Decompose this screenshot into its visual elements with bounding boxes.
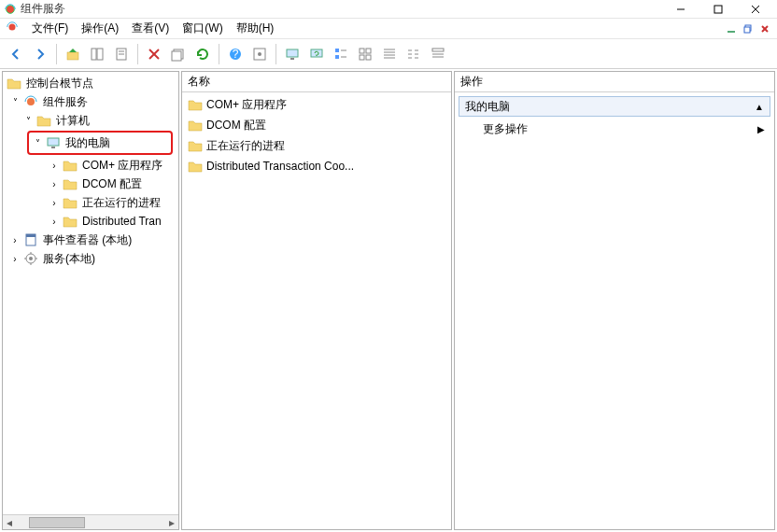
settings-button[interactable] — [248, 43, 271, 65]
svg-point-6 — [9, 24, 16, 31]
list-item[interactable]: Distributed Transaction Coo... — [182, 156, 451, 176]
actions-more[interactable]: 更多操作 ▶ — [459, 119, 770, 139]
close-button[interactable] — [738, 0, 773, 19]
svg-text:?: ? — [233, 48, 239, 61]
my-computer-toolbar-icon[interactable] — [281, 43, 304, 65]
view-small-icons-button[interactable] — [378, 43, 401, 65]
tree-label: 计算机 — [53, 112, 92, 130]
svg-rect-34 — [366, 49, 371, 53]
mdi-restore-button[interactable] — [740, 21, 756, 37]
expand-icon[interactable]: ˅ — [21, 114, 35, 127]
horizontal-scrollbar[interactable]: ◂ ▸ — [3, 514, 178, 529]
list-item-label: 正在运行的进程 — [206, 138, 285, 154]
toolbar-separator — [56, 44, 57, 64]
expand-icon[interactable]: ˅ — [31, 136, 44, 149]
tree-computers[interactable]: ˅ 计算机 — [3, 111, 178, 130]
toolbar-separator — [137, 44, 138, 64]
expand-icon[interactable]: › — [8, 233, 21, 246]
actions-header-label: 操作 — [460, 74, 483, 90]
tree-label: DCOM 配置 — [79, 175, 145, 193]
svg-rect-51 — [48, 138, 59, 146]
back-button[interactable] — [5, 43, 27, 65]
actions-pane: 操作 我的电脑 ▲ 更多操作 ▶ — [454, 71, 775, 530]
refresh-all-button[interactable] — [305, 43, 328, 65]
folder-icon — [63, 176, 78, 191]
view-list-button[interactable] — [403, 43, 425, 65]
tree-label: 事件查看器 (本地) — [40, 231, 134, 249]
list-pane: 名称 COM+ 应用程序 DCOM 配置 正在运行的进程 Distributed… — [181, 71, 452, 530]
scroll-left-icon[interactable]: ◂ — [3, 516, 16, 529]
services-icon — [23, 251, 38, 266]
view-large-icons-button[interactable] — [354, 43, 376, 65]
list[interactable]: COM+ 应用程序 DCOM 配置 正在运行的进程 Distributed Tr… — [182, 92, 451, 529]
svg-rect-26 — [287, 49, 298, 57]
toolbar-separator — [219, 44, 219, 64]
show-hide-tree-button[interactable] — [86, 43, 108, 65]
folder-icon — [188, 118, 203, 133]
maximize-button[interactable] — [700, 0, 736, 19]
title-bar: 组件服务 — [0, 0, 777, 19]
tree-root[interactable]: 控制台根节点 — [3, 74, 178, 92]
view-status-button[interactable] — [330, 43, 352, 65]
expand-icon[interactable]: › — [48, 215, 61, 228]
svg-rect-29 — [335, 49, 339, 52]
menu-window[interactable]: 窗口(W) — [182, 21, 222, 36]
properties-button[interactable] — [110, 43, 133, 65]
scroll-right-icon[interactable]: ▸ — [165, 516, 178, 529]
mdi-close-button[interactable] — [756, 21, 773, 37]
svg-rect-27 — [290, 58, 294, 60]
expand-icon[interactable]: › — [8, 252, 21, 265]
svg-rect-54 — [26, 234, 35, 237]
column-name-label: 名称 — [188, 74, 210, 90]
menu-help[interactable]: 帮助(H) — [236, 21, 275, 36]
forward-button[interactable] — [29, 43, 51, 65]
list-item[interactable]: 正在运行的进程 — [182, 135, 451, 156]
tree-component-services[interactable]: ˅ 组件服务 — [3, 92, 178, 111]
folder-icon — [63, 195, 78, 210]
app-icon-small — [6, 21, 19, 36]
scroll-thumb[interactable] — [29, 517, 85, 528]
svg-point-25 — [258, 52, 261, 56]
computer-icon — [46, 135, 61, 150]
expand-icon[interactable]: › — [48, 196, 61, 209]
actions-subject[interactable]: 我的电脑 ▲ — [459, 96, 770, 117]
toolbar-separator — [275, 44, 276, 64]
minimize-button[interactable] — [663, 0, 699, 19]
tree-my-computer[interactable]: ˅ 我的电脑 — [31, 133, 169, 152]
tree-event-viewer[interactable]: › 事件查看器 (本地) — [3, 231, 178, 249]
help-button[interactable]: ? — [224, 43, 247, 65]
list-column-header[interactable]: 名称 — [182, 72, 451, 92]
view-details-button[interactable] — [427, 43, 449, 65]
actions-header: 操作 — [455, 72, 774, 92]
tree-label: COM+ 应用程序 — [79, 157, 165, 175]
tree-running-processes[interactable]: › 正在运行的进程 — [3, 193, 178, 212]
tree-services[interactable]: › 服务(本地) — [3, 249, 178, 268]
list-item-label: Distributed Transaction Coo... — [206, 160, 354, 173]
expand-icon[interactable]: ˅ — [8, 95, 21, 108]
list-item[interactable]: DCOM 配置 — [182, 115, 451, 135]
app-icon — [4, 3, 17, 16]
up-button[interactable] — [62, 43, 84, 65]
new-window-button[interactable] — [167, 43, 190, 65]
expand-icon[interactable]: › — [48, 177, 61, 190]
svg-rect-52 — [51, 147, 55, 148]
menu-file[interactable]: 文件(F) — [32, 21, 68, 36]
menu-action[interactable]: 操作(A) — [81, 21, 119, 36]
refresh-button[interactable] — [191, 43, 214, 65]
tree-dcom-config[interactable]: › DCOM 配置 — [3, 175, 178, 193]
svg-rect-12 — [67, 52, 78, 60]
component-services-icon — [23, 94, 38, 109]
tree[interactable]: 控制台根节点 ˅ 组件服务 ˅ 计算机 ˅ 我的电脑 — [3, 72, 178, 514]
mdi-minimize-button[interactable] — [723, 21, 740, 37]
tree-dtc[interactable]: › Distributed Tran — [3, 212, 178, 231]
expand-icon[interactable]: › — [48, 159, 61, 172]
delete-button[interactable] — [143, 43, 165, 65]
menu-view[interactable]: 查看(V) — [132, 21, 169, 36]
list-item[interactable]: COM+ 应用程序 — [182, 94, 451, 115]
tree-pane: 控制台根节点 ˅ 组件服务 ˅ 计算机 ˅ 我的电脑 — [2, 71, 179, 530]
folder-icon — [63, 158, 78, 173]
svg-rect-30 — [335, 55, 339, 59]
tree-com-plus[interactable]: › COM+ 应用程序 — [3, 156, 178, 175]
window-controls — [663, 0, 773, 19]
folder-icon — [188, 159, 203, 174]
